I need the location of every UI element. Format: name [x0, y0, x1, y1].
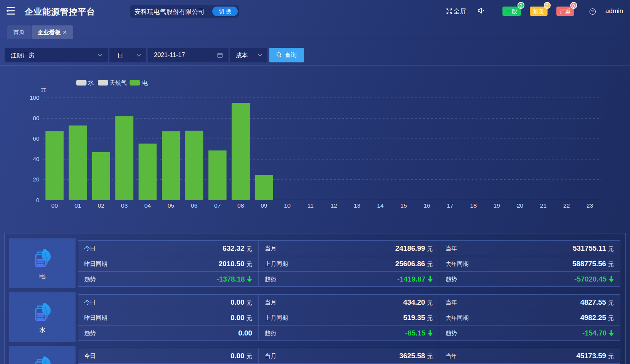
svg-text:20: 20 [33, 176, 39, 183]
svg-text:元: 元 [41, 86, 47, 92]
svg-text:01: 01 [74, 202, 81, 209]
svg-text:14: 14 [377, 202, 384, 209]
svg-text:100: 100 [30, 94, 39, 101]
svg-text:00: 00 [51, 202, 58, 209]
svg-text:15: 15 [400, 202, 407, 209]
svg-text:02: 02 [98, 202, 104, 209]
svg-text:06: 06 [191, 202, 197, 209]
svg-text:天然气: 天然气 [109, 79, 127, 86]
svg-text:11: 11 [307, 202, 314, 209]
svg-text:08: 08 [237, 202, 244, 209]
svg-text:04: 04 [144, 202, 151, 209]
svg-text:03: 03 [121, 202, 128, 209]
svg-text:水: 水 [88, 79, 94, 86]
svg-text:09: 09 [260, 202, 267, 209]
svg-text:60: 60 [33, 135, 39, 142]
svg-text:17: 17 [447, 202, 454, 209]
svg-text:20: 20 [517, 202, 524, 209]
svg-text:10: 10 [284, 202, 291, 209]
svg-text:07: 07 [214, 202, 221, 209]
svg-text:23: 23 [586, 202, 593, 209]
svg-text:16: 16 [423, 202, 430, 209]
svg-text:19: 19 [493, 202, 500, 209]
svg-text:12: 12 [331, 202, 337, 209]
svg-text:18: 18 [470, 202, 477, 209]
svg-text:05: 05 [168, 202, 174, 209]
svg-text:22: 22 [563, 202, 570, 209]
svg-text:80: 80 [33, 115, 39, 121]
svg-text:40: 40 [33, 156, 39, 162]
svg-text:电: 电 [142, 79, 148, 86]
svg-text:13: 13 [354, 202, 360, 209]
svg-text:21: 21 [540, 202, 546, 209]
svg-text:0: 0 [36, 197, 39, 203]
